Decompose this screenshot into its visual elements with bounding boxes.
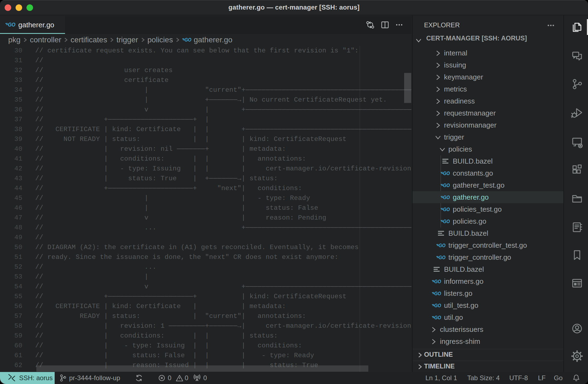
svg-text:GO: GO: [443, 206, 450, 212]
svg-text:GO: GO: [434, 279, 441, 284]
svg-text:GO: GO: [443, 182, 450, 188]
svg-text:GO: GO: [439, 243, 446, 248]
svg-text:GO: GO: [443, 194, 450, 200]
svg-text:GO: GO: [434, 303, 441, 308]
svg-text:GO: GO: [434, 291, 441, 296]
svg-text:GO: GO: [443, 170, 450, 176]
svg-text:GO: GO: [443, 218, 450, 224]
svg-text:GO: GO: [184, 37, 192, 43]
svg-text:GO: GO: [8, 22, 16, 28]
svg-text:GO: GO: [439, 255, 446, 260]
svg-text:GO: GO: [434, 315, 441, 320]
